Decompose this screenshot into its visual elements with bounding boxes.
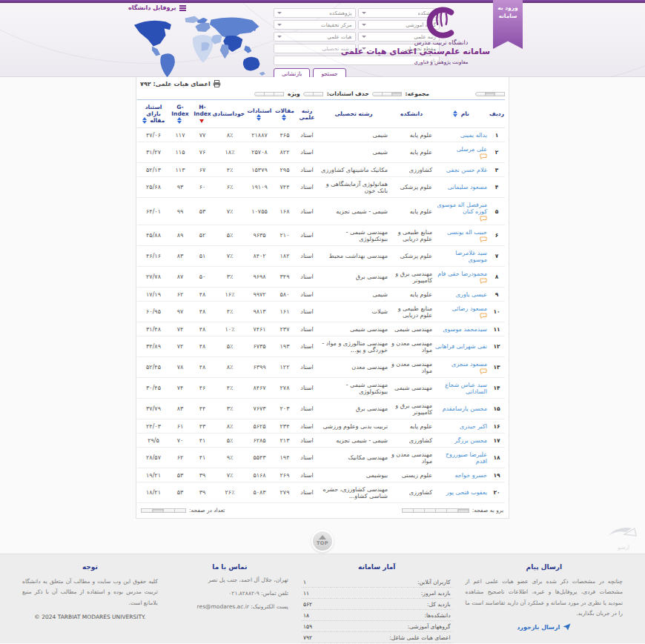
chat-bubble-icon[interactable] (480, 368, 487, 374)
member-name-link[interactable]: محسن برزگر (454, 437, 487, 444)
column-header[interactable]: مقالات (274, 100, 296, 128)
member-name-link[interactable]: میرفضل اله موسوی کوزه کنان (437, 202, 487, 215)
member-name-link[interactable]: حبیب اله یونسی (447, 229, 487, 236)
rank-cell: استاد (296, 399, 318, 419)
self-citation-cell: ۵٪ (214, 336, 245, 357)
column-header[interactable]: دانشکده (389, 100, 434, 128)
sort-both-icon (282, 114, 286, 121)
hamburger-menu-icon (179, 4, 186, 12)
g-index-cell: ۸۷ (170, 267, 191, 288)
special-tab[interactable] (264, 92, 274, 96)
member-name-link[interactable]: مسعود رضائی (452, 305, 487, 312)
rank-cell: استاد (296, 357, 318, 378)
per-page-button[interactable] (174, 508, 186, 513)
g-index-cell: ۱۱۷ (170, 128, 191, 142)
citations-per-article-cell: ۴۵/۸۸ (137, 225, 170, 246)
page-button[interactable] (446, 508, 458, 513)
column-header[interactable]: G-Index (170, 100, 191, 128)
collection-tab[interactable] (382, 92, 392, 96)
g-index-cell: ۷۴ (170, 322, 191, 336)
member-name-link[interactable]: سیدمحمد موسوی (443, 326, 487, 333)
column-header[interactable]: ردیف (489, 100, 505, 128)
member-name-link[interactable]: علیرضا صبورروح اقدم (446, 451, 487, 465)
g-index-cell: ۶۲ (170, 448, 191, 468)
scroll-to-top-button[interactable]: TOP (311, 530, 334, 552)
column-header[interactable]: خوداستنادی (214, 100, 245, 128)
university-profile-button[interactable]: پروفایل دانشگاه (128, 4, 186, 12)
email-link[interactable]: res@modares.ac.ir (197, 603, 249, 610)
status-tab[interactable] (475, 92, 486, 96)
printer-icon[interactable] (213, 80, 221, 87)
table-row: ۳ غلام حسن نجفی کشاورزی مکانیک ماشینهای … (137, 163, 505, 177)
member-name-link[interactable]: عیسی یاوری (456, 291, 487, 298)
column-header[interactable]: نام (434, 100, 489, 128)
send-message-body: چنانچه در مشخصات ذکر شده برای عضو هیات ع… (466, 577, 623, 619)
status-tab[interactable] (494, 92, 505, 96)
member-name-cell: مسعود منجزی (434, 357, 489, 378)
collection-tab[interactable] (372, 92, 383, 96)
member-name-link[interactable]: تقی شهرابی فراهانی (435, 343, 487, 350)
chat-bubble-icon[interactable] (480, 153, 487, 159)
footer-stats: آمار سامانه کاربران آنلاین: ۱ بازدید امر… (302, 563, 452, 643)
member-name-link[interactable]: سید غلامرضا موسوی (455, 250, 487, 263)
notice-body: کلیه حقوق این وب سایت و مطالب آن متعلق ب… (22, 577, 158, 608)
archive-widget[interactable]: آرشیو (606, 524, 641, 551)
chat-bubble-icon[interactable] (480, 313, 487, 319)
chat-bubble-icon[interactable] (480, 236, 487, 242)
member-name-link[interactable]: علی مرسلی (457, 146, 487, 153)
citations-cell: ۷۶۷۳ (245, 399, 274, 419)
research-institute-select[interactable]: پژوهشکده (274, 8, 356, 18)
login-ribbon[interactable]: ورود به سامانه (493, 0, 523, 49)
member-name-link[interactable]: سید عباس شجاع الساداتی (445, 382, 487, 395)
member-name-link[interactable]: اکبر حیدری (460, 423, 487, 430)
page-button[interactable] (413, 508, 425, 513)
send-feedback-link[interactable]: ارسال بازخورد (466, 623, 623, 631)
column-header[interactable]: H-Index (191, 100, 214, 128)
member-name-link[interactable]: یداله یمینی (460, 132, 487, 139)
notice-title: توجه (22, 563, 158, 571)
per-page-button[interactable] (141, 508, 153, 513)
member-name-link[interactable]: یعقوب فتحی پور (446, 489, 487, 496)
field-cell: مهندسی بهداشت محیط (318, 246, 389, 267)
column-header[interactable]: رتبه علمی (296, 100, 318, 128)
per-page-button[interactable] (163, 508, 175, 513)
rank-cell: استاد (296, 163, 318, 177)
faculty-cell: کشاورزی (389, 482, 434, 503)
special-tab[interactable] (254, 92, 265, 96)
page-button[interactable] (402, 508, 414, 513)
column-header[interactable]: رشته تحصیلی (318, 100, 389, 128)
row-index: ۲ (489, 142, 505, 163)
faculty-member-select[interactable]: هیات علمی (274, 32, 356, 42)
page-button[interactable] (457, 508, 469, 513)
member-name-link[interactable]: خسرو خواجه (455, 472, 487, 479)
chat-bubble-icon[interactable] (480, 278, 487, 284)
member-name-link[interactable]: مسعود سلیمانی (448, 184, 487, 190)
research-center-select[interactable]: مرکز تحقیقات (274, 20, 356, 30)
column-header[interactable]: استناد بازای مقاله (137, 100, 170, 128)
exclusion-tab[interactable] (303, 92, 314, 96)
pagination-bar: برو به صفحه: تعداد در صفحه: (140, 503, 505, 517)
special-tab[interactable] (274, 92, 284, 96)
sort-desc-icon (199, 119, 204, 123)
collection-tab[interactable] (391, 92, 402, 96)
special-label: ویژه (288, 90, 300, 97)
exclusion-tab[interactable] (313, 92, 323, 96)
per-page-button[interactable] (152, 508, 164, 513)
sort-both-icon (453, 110, 457, 117)
table-row: ۱۹ خسرو خواجه علوم زیستی بیوشیمی استاد ۲… (137, 468, 505, 482)
column-header[interactable]: استنادات (245, 100, 274, 128)
rank-cell: استاد (296, 448, 318, 468)
member-name-link[interactable]: مسعود منجزی (452, 361, 487, 368)
page-button[interactable] (424, 508, 436, 513)
page-button[interactable] (435, 508, 447, 513)
citations-cell: ۹۶۳۵ (245, 225, 274, 246)
status-tab[interactable] (485, 92, 495, 96)
field-cell: مهندسی برق (318, 267, 389, 288)
contact-title: تماس با ما (171, 563, 288, 571)
member-name-link[interactable]: محسن پارسامقدم (443, 405, 487, 412)
chat-bubble-icon[interactable] (480, 216, 487, 222)
self-citation-cell: ۱۰٪ (214, 322, 245, 336)
rank-cell: استاد (296, 288, 318, 302)
member-name-link[interactable]: محمودرضا حقی فام (437, 270, 487, 277)
member-name-link[interactable]: غلام حسن نجفی (446, 167, 487, 173)
